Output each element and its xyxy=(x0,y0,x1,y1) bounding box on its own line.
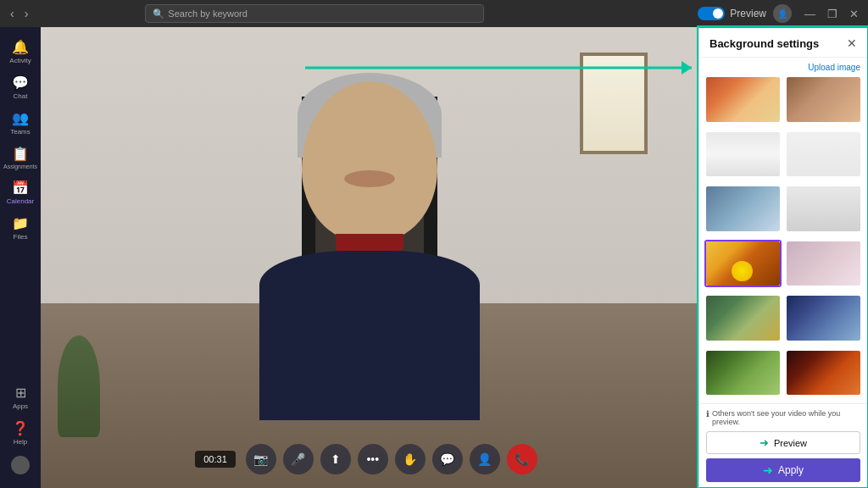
panel-header: Background settings ✕ xyxy=(699,28,867,58)
bg-thumb-1[interactable] xyxy=(704,75,782,124)
upload-row: Upload image xyxy=(699,58,867,75)
end-call-button[interactable]: 📞 xyxy=(507,444,537,474)
bg-thumb-inner-12 xyxy=(787,351,860,396)
nav-back[interactable]: ‹ xyxy=(7,5,18,22)
bg-thumb-inner-9 xyxy=(706,296,780,341)
sidebar-label-teams: Teams xyxy=(10,128,31,136)
bg-thumb-12[interactable] xyxy=(785,349,862,397)
bg-thumb-5[interactable] xyxy=(704,185,782,233)
sidebar-item-calendar[interactable]: 📅 Calendar xyxy=(0,175,41,210)
upload-image-link[interactable]: Upload image xyxy=(808,63,860,72)
bg-thumb-6[interactable] xyxy=(785,185,862,233)
nav-forward[interactable]: › xyxy=(21,5,32,22)
sidebar-label-activity: Activity xyxy=(9,57,31,64)
sidebar-label-chat: Chat xyxy=(14,92,28,100)
preview-toggle-switch[interactable] xyxy=(698,7,725,20)
bg-thumb-inner-7 xyxy=(706,241,780,286)
bg-thumb-2[interactable] xyxy=(785,75,862,124)
raise-hand-button[interactable]: ✋ xyxy=(395,444,426,474)
bg-thumb-9[interactable] xyxy=(704,294,782,342)
sidebar: 🔔 Activity 💬 Chat 👥 Teams 📋 Assignments … xyxy=(0,27,41,488)
sidebar-bottom: ⊞ Apps ❓ Help xyxy=(8,380,33,488)
apply-arrow-icon: ➜ xyxy=(763,463,773,477)
bg-thumb-inner-11 xyxy=(706,351,780,396)
bg-thumb-3[interactable] xyxy=(704,130,782,179)
preview-arrow-icon: ➜ xyxy=(760,436,769,449)
assignments-icon: 📋 xyxy=(12,146,29,162)
background-settings-panel: Background settings ✕ Upload image xyxy=(698,27,868,488)
sidebar-item-settings[interactable] xyxy=(8,451,33,481)
video-background xyxy=(41,27,698,488)
minimize-button[interactable]: — xyxy=(802,8,818,20)
bg-thumb-inner-1 xyxy=(706,77,780,122)
thumb-detail-circle xyxy=(732,261,752,281)
bg-thumb-inner-5 xyxy=(706,186,780,231)
video-area xyxy=(41,27,698,488)
teams-icon: 👥 xyxy=(12,110,29,126)
chat-icon: 💬 xyxy=(12,75,29,91)
help-icon: ❓ xyxy=(12,420,29,436)
window-decoration xyxy=(580,53,648,154)
search-bar[interactable]: 🔍 Search by keyword xyxy=(145,4,484,23)
panel-title: Background settings xyxy=(709,37,819,50)
bg-thumb-7[interactable] xyxy=(704,240,782,288)
bg-thumb-inner-6 xyxy=(787,186,860,231)
participants-button[interactable]: 👤 xyxy=(470,444,500,474)
chat-button[interactable]: 💬 xyxy=(432,444,463,474)
search-placeholder: Search by keyword xyxy=(168,8,248,19)
maximize-button[interactable]: ❐ xyxy=(825,8,840,20)
bg-thumb-inner-4 xyxy=(787,132,860,177)
bg-thumb-inner-2 xyxy=(787,77,860,122)
bg-thumb-10[interactable] xyxy=(785,294,862,342)
sidebar-item-apps[interactable]: ⊞ Apps xyxy=(8,380,33,415)
sidebar-label-help: Help xyxy=(14,438,27,446)
camera-button[interactable]: 📷 xyxy=(246,444,276,474)
files-icon: 📁 xyxy=(12,215,29,231)
sidebar-item-files[interactable]: 📁 Files xyxy=(0,210,41,246)
background-grid xyxy=(699,75,867,403)
window-controls: — ❐ ✕ xyxy=(802,8,861,20)
panel-close-button[interactable]: ✕ xyxy=(847,36,857,50)
settings-icon xyxy=(11,456,30,474)
bg-thumb-inner-8 xyxy=(787,241,860,286)
call-timer: 00:31 xyxy=(195,451,236,468)
share-button[interactable]: ⬆ xyxy=(320,444,351,474)
video-person xyxy=(225,81,514,420)
preview-toggle: Preview xyxy=(698,7,766,20)
sidebar-label-apps: Apps xyxy=(13,402,28,410)
notice-message: Others won't see your video while you pr… xyxy=(712,409,860,426)
sidebar-label-assignments: Assignments xyxy=(3,164,37,169)
sidebar-item-help[interactable]: ❓ Help xyxy=(8,415,33,451)
bg-thumb-4[interactable] xyxy=(785,130,862,179)
notice-text: ℹ Others won't see your video while you … xyxy=(706,409,860,426)
bg-thumb-11[interactable] xyxy=(704,349,782,397)
person-shirt xyxy=(259,251,480,420)
user-avatar[interactable]: 👤 xyxy=(773,4,792,23)
plant-decoration xyxy=(58,336,100,437)
preview-button[interactable]: ➜ Preview xyxy=(706,431,860,454)
notice-icon: ℹ xyxy=(706,409,709,419)
sidebar-item-activity[interactable]: 🔔 Activity xyxy=(0,34,41,69)
controls-bar: 00:31 📷 🎤 ⬆ ••• ✋ 💬 👤 📞 xyxy=(41,444,692,474)
search-icon: 🔍 xyxy=(153,8,164,19)
sidebar-item-chat[interactable]: 💬 Chat xyxy=(0,69,41,105)
sidebar-item-assignments[interactable]: 📋 Assignments xyxy=(0,141,41,175)
preview-label: Preview xyxy=(730,8,766,19)
close-button[interactable]: ✕ xyxy=(847,8,861,20)
more-options-button[interactable]: ••• xyxy=(358,444,388,474)
sidebar-item-teams[interactable]: 👥 Teams xyxy=(0,105,41,141)
top-bar: ‹ › 🔍 Search by keyword Preview 👤 — ❐ ✕ xyxy=(0,0,868,27)
mic-button[interactable]: 🎤 xyxy=(283,444,314,474)
apply-button[interactable]: ➜ Apply xyxy=(706,458,860,482)
bg-thumb-inner-10 xyxy=(787,296,860,341)
panel-footer: ℹ Others won't see your video while you … xyxy=(699,403,867,487)
apps-icon: ⊞ xyxy=(15,385,26,401)
bg-thumb-inner-3 xyxy=(706,132,780,177)
person-mouth-area xyxy=(344,170,395,187)
bg-thumb-8[interactable] xyxy=(785,240,862,288)
apply-button-label: Apply xyxy=(778,464,804,476)
preview-button-label: Preview xyxy=(774,438,807,448)
nav-arrows: ‹ › xyxy=(7,5,31,22)
activity-icon: 🔔 xyxy=(12,39,29,55)
calendar-icon: 📅 xyxy=(12,180,29,196)
